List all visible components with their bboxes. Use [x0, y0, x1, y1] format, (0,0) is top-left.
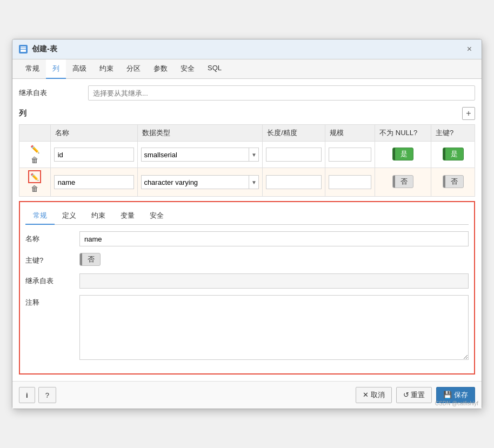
detail-tabs: 常规 定义 约束 变量 安全: [25, 208, 469, 225]
detail-name-input[interactable]: [79, 231, 469, 246]
cell-scale-name: [325, 168, 375, 197]
delete-row-id-button[interactable]: 🗑: [29, 155, 41, 165]
dialog-title-bar: 创建-表 ×: [12, 39, 482, 59]
detail-tab-variables[interactable]: 变量: [113, 208, 142, 225]
tab-general[interactable]: 常规: [19, 59, 46, 79]
footer-left: i ?: [19, 387, 56, 403]
row-actions-name: ✏️ 🗑: [19, 168, 51, 197]
cell-name-id: [50, 142, 138, 168]
inherit-label: 继承自表: [19, 88, 84, 98]
dialog-footer: i ? ✕ 取消 ↺ 重置 💾 保存: [12, 381, 482, 409]
cell-notnull-id: 是: [375, 142, 431, 168]
detail-pk-value: 否: [79, 253, 469, 267]
info-button[interactable]: i: [19, 387, 35, 403]
cell-type-id: smallserial integer bigint character var…: [138, 142, 263, 168]
table-row: ✏️ 🗑 smallserial integer bigint charac: [19, 142, 475, 168]
detail-panel: 常规 定义 约束 变量 安全 名称 主键? 否: [19, 201, 475, 375]
cell-name-name: [50, 168, 138, 197]
toggle-pk-name[interactable]: 否: [443, 175, 464, 188]
tab-constraints[interactable]: 约束: [93, 59, 120, 79]
cell-scale-id: [325, 142, 375, 168]
table-row: ✏️ 🗑 smallserial integer bigint: [19, 168, 475, 197]
detail-tab-security[interactable]: 安全: [142, 208, 171, 225]
type-arrow-name: ▼: [249, 176, 258, 189]
toggle-notnull-name[interactable]: 否: [392, 175, 413, 188]
section-header: 列 +: [19, 107, 475, 120]
row-actions-id: ✏️ 🗑: [19, 142, 51, 168]
type-select-wrapper-name: smallserial integer bigint character var…: [141, 175, 259, 189]
columns-table: 名称 数据类型 长度/精度 规模 不为 NULL? 主键? ✏️ 🗑: [19, 124, 475, 197]
edit-row-name-button[interactable]: ✏️: [28, 170, 41, 183]
col-header-notnull: 不为 NULL?: [375, 125, 431, 142]
add-column-button[interactable]: +: [462, 107, 475, 120]
delete-row-name-button[interactable]: 🗑: [29, 183, 41, 194]
tab-columns[interactable]: 列: [46, 59, 66, 79]
col-header-actions: [19, 125, 51, 142]
detail-comment-label: 注释: [25, 295, 79, 307]
tab-partition[interactable]: 分区: [120, 59, 147, 79]
detail-pk-label: 主键?: [25, 253, 79, 265]
cell-notnull-name: 否: [375, 168, 431, 197]
dialog-title-left: 创建-表: [19, 44, 57, 54]
input-scale-name[interactable]: [329, 175, 371, 189]
detail-tab-constraints[interactable]: 约束: [84, 208, 113, 225]
svg-rect-1: [21, 48, 26, 49]
col-header-pk: 主键?: [431, 125, 475, 142]
input-length-id[interactable]: [266, 148, 321, 162]
input-name-id[interactable]: [54, 148, 135, 162]
table-icon: [19, 45, 28, 54]
svg-rect-2: [21, 50, 26, 52]
help-button[interactable]: ?: [38, 387, 56, 403]
col-header-scale: 规模: [325, 125, 375, 142]
col-header-type: 数据类型: [138, 125, 263, 142]
svg-rect-0: [21, 46, 26, 48]
select-type-id[interactable]: smallserial integer bigint character var…: [142, 148, 249, 161]
detail-inherit-value: [79, 273, 469, 289]
detail-name-value: [79, 231, 469, 246]
detail-comment-textarea[interactable]: [79, 295, 469, 360]
toggle-notnull-id[interactable]: 是: [392, 148, 413, 161]
input-scale-id[interactable]: [329, 148, 371, 162]
detail-comment-value: [79, 295, 469, 362]
close-button[interactable]: ×: [464, 44, 475, 55]
input-length-name[interactable]: [266, 175, 321, 189]
col-header-name: 名称: [50, 125, 138, 142]
cell-length-name: [263, 168, 325, 197]
type-arrow-id: ▼: [249, 148, 258, 161]
detail-inherit-input[interactable]: [79, 273, 469, 289]
edit-icon: ✏️: [30, 173, 39, 181]
cell-pk-name: 否: [431, 168, 475, 197]
detail-name-label: 名称: [25, 231, 79, 244]
input-name-name[interactable]: [54, 175, 135, 189]
section-title: 列: [19, 109, 26, 118]
toggle-pk-id[interactable]: 是: [443, 148, 464, 161]
detail-tab-general[interactable]: 常规: [25, 208, 55, 225]
col-header-length: 长度/精度: [263, 125, 325, 142]
inherit-input[interactable]: [88, 85, 475, 101]
edit-row-id-button[interactable]: ✏️: [28, 144, 42, 155]
detail-inherit-label: 继承自表: [25, 273, 79, 286]
detail-tab-definition[interactable]: 定义: [55, 208, 84, 225]
main-tabs-bar: 常规 列 高级 约束 分区 参数 安全 SQL: [12, 59, 482, 79]
tab-security[interactable]: 安全: [174, 59, 201, 79]
watermark: CSDN @catfishlyf: [435, 400, 478, 406]
tab-sql[interactable]: SQL: [201, 59, 228, 79]
type-select-wrapper-id: smallserial integer bigint character var…: [141, 148, 259, 162]
tab-advanced[interactable]: 高级: [66, 59, 93, 79]
inherit-row: 继承自表: [19, 85, 475, 101]
create-table-dialog: 创建-表 × 常规 列 高级 约束 分区 参数 安全 SQL 继承自表 列 + …: [12, 39, 482, 409]
dialog-title: 创建-表: [32, 44, 57, 54]
select-type-name[interactable]: smallserial integer bigint character var…: [142, 176, 249, 189]
cancel-button[interactable]: ✕ 取消: [356, 387, 392, 403]
reset-button[interactable]: ↺ 重置: [396, 387, 432, 403]
detail-name-row: 名称: [25, 231, 469, 246]
tab-params[interactable]: 参数: [147, 59, 174, 79]
detail-pk-toggle-label: 否: [82, 255, 100, 264]
detail-toggle-pk[interactable]: 否: [79, 253, 101, 266]
cell-pk-id: 是: [431, 142, 475, 168]
cell-length-id: [263, 142, 325, 168]
detail-comment-row: 注释: [25, 295, 469, 362]
detail-inherit-row: 继承自表: [25, 273, 469, 289]
cell-type-name: smallserial integer bigint character var…: [138, 168, 263, 197]
detail-pk-row: 主键? 否: [25, 253, 469, 267]
